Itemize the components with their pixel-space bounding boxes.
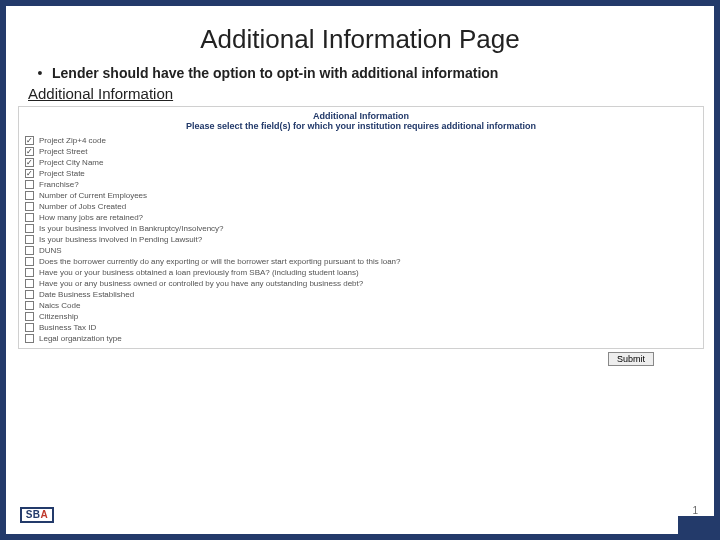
logo-text: SB [26, 509, 41, 520]
checkbox-label: Project City Name [39, 158, 103, 167]
bullet-line: •Lender should have the option to opt-in… [36, 65, 684, 81]
checkbox-list: ✓Project Zip+4 code✓Project Street✓Proje… [19, 133, 703, 348]
checkbox-label: Date Business Established [39, 290, 134, 299]
checkbox-row: ✓Project Zip+4 code [25, 135, 697, 146]
checkbox-label: Project State [39, 169, 85, 178]
checkbox[interactable] [25, 235, 34, 244]
checkbox[interactable]: ✓ [25, 136, 34, 145]
checkbox[interactable] [25, 334, 34, 343]
submit-row: Submit [6, 349, 714, 366]
checkbox-label: DUNS [39, 246, 62, 255]
submit-button[interactable]: Submit [608, 352, 654, 366]
checkbox[interactable] [25, 323, 34, 332]
checkbox-row: Date Business Established [25, 289, 697, 300]
checkbox[interactable] [25, 213, 34, 222]
checkbox-row: Citizenship [25, 311, 697, 322]
slide-frame: Additional Information Page •Lender shou… [0, 0, 720, 540]
slide-title: Additional Information Page [6, 24, 714, 55]
checkbox-label: Does the borrower currently do any expor… [39, 257, 401, 266]
panel-instruction: Please select the field(s) for which you… [19, 121, 703, 131]
checkbox-label: Legal organization type [39, 334, 122, 343]
checkbox-label: Is your business involved in Bankruptcy/… [39, 224, 224, 233]
checkbox-label: Project Zip+4 code [39, 136, 106, 145]
section-subheading: Additional Information [28, 85, 714, 102]
checkbox-row: Number of Current Employees [25, 190, 697, 201]
additional-info-panel: Additional Information Please select the… [18, 106, 704, 349]
checkbox-label: Number of Jobs Created [39, 202, 126, 211]
logo-accent: A [41, 509, 49, 520]
checkbox[interactable] [25, 246, 34, 255]
checkbox[interactable] [25, 202, 34, 211]
checkbox-row: Legal organization type [25, 333, 697, 344]
checkbox[interactable] [25, 191, 34, 200]
panel-header: Additional Information Please select the… [19, 107, 703, 133]
checkbox-label: Is your business involved in Pending Law… [39, 235, 202, 244]
checkbox-row: DUNS [25, 245, 697, 256]
checkbox-label: Franchise? [39, 180, 79, 189]
checkbox[interactable] [25, 268, 34, 277]
checkbox[interactable] [25, 312, 34, 321]
checkbox-label: Have you or your business obtained a loa… [39, 268, 359, 277]
checkbox-label: Naics Code [39, 301, 80, 310]
checkbox-row: Does the borrower currently do any expor… [25, 256, 697, 267]
checkbox-label: Citizenship [39, 312, 78, 321]
checkbox-row: Have you or any business owned or contro… [25, 278, 697, 289]
checkbox-row: Franchise? [25, 179, 697, 190]
checkbox-label: Business Tax ID [39, 323, 96, 332]
checkbox-row: Business Tax ID [25, 322, 697, 333]
checkbox[interactable] [25, 224, 34, 233]
checkbox-row: Is your business involved in Bankruptcy/… [25, 223, 697, 234]
checkbox-row: How many jobs are retained? [25, 212, 697, 223]
checkbox-row: ✓Project City Name [25, 157, 697, 168]
checkbox[interactable] [25, 279, 34, 288]
checkbox[interactable] [25, 290, 34, 299]
checkbox[interactable]: ✓ [25, 169, 34, 178]
corner-accent [678, 516, 714, 534]
logo-box: SBA [20, 507, 55, 523]
panel-heading: Additional Information [19, 111, 703, 121]
checkbox[interactable]: ✓ [25, 147, 34, 156]
checkbox-row: Number of Jobs Created [25, 201, 697, 212]
checkbox[interactable] [25, 180, 34, 189]
checkbox-label: Project Street [39, 147, 87, 156]
checkbox[interactable] [25, 301, 34, 310]
bullet-text: Lender should have the option to opt-in … [52, 65, 498, 81]
bullet-dot: • [36, 65, 44, 81]
page-number: 1 [692, 505, 698, 516]
checkbox[interactable]: ✓ [25, 158, 34, 167]
checkbox-label: Number of Current Employees [39, 191, 147, 200]
checkbox[interactable] [25, 257, 34, 266]
checkbox-row: ✓Project State [25, 168, 697, 179]
checkbox-label: Have you or any business owned or contro… [39, 279, 363, 288]
sba-logo: SBA [16, 504, 58, 526]
checkbox-label: How many jobs are retained? [39, 213, 143, 222]
checkbox-row: Have you or your business obtained a loa… [25, 267, 697, 278]
checkbox-row: ✓Project Street [25, 146, 697, 157]
checkbox-row: Naics Code [25, 300, 697, 311]
checkbox-row: Is your business involved in Pending Law… [25, 234, 697, 245]
